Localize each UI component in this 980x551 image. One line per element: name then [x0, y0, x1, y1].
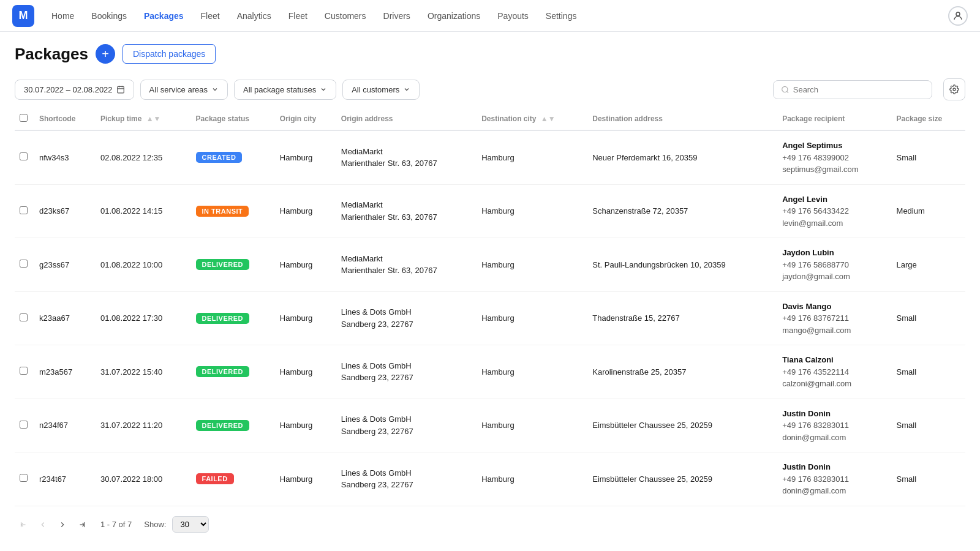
nav-organizations[interactable]: Organizations — [420, 7, 488, 24]
destination-city-cell: Hamburg — [477, 345, 587, 399]
row-checkbox-cell[interactable] — [15, 345, 34, 399]
row-checkbox[interactable] — [20, 152, 28, 160]
status-badge: FAILED — [196, 473, 234, 484]
table-row[interactable]: nfw34s3 02.08.2022 12:35 CREATED Hamburg… — [15, 130, 965, 184]
origin-address-cell: Lines & Dots GmbHSandberg 23, 22767 — [336, 291, 477, 345]
pagination: 1 - 7 of 7 Show: 10203050100 — [0, 506, 980, 543]
package-size-cell: Medium — [892, 184, 965, 238]
shortcode-cell: d23ks67 — [34, 184, 96, 238]
first-page-button[interactable] — [15, 516, 32, 533]
search-bar[interactable] — [773, 80, 932, 99]
pickup-time-cell: 01.08.2022 17:30 — [96, 291, 191, 345]
row-checkbox-cell[interactable] — [15, 291, 34, 345]
origin-address-cell: Lines & Dots GmbHSandberg 23, 22767 — [336, 452, 477, 506]
status-cell: DELIVERED — [191, 238, 275, 292]
table-row[interactable]: d23ks67 01.08.2022 14:15 IN TRANSIT Hamb… — [15, 184, 965, 238]
svg-line-6 — [787, 91, 788, 92]
user-avatar[interactable] — [948, 6, 968, 26]
recipient-name: Davis Mango — [782, 301, 886, 313]
destination-city-cell: Hamburg — [477, 130, 587, 184]
shortcode-cell: k23aa67 — [34, 291, 96, 345]
nav-fleet[interactable]: Fleet — [194, 7, 227, 24]
date-range-filter[interactable]: 30.07.2022 – 02.08.2022 — [15, 80, 134, 100]
recipient-cell: Justin Donin +49 176 83283011 donin@gmai… — [777, 399, 891, 452]
nav-settings[interactable]: Settings — [538, 7, 584, 24]
customers-label: All customers — [352, 85, 399, 94]
nav-analytics[interactable]: Analytics — [230, 7, 279, 24]
service-area-label: All service areas — [149, 85, 208, 94]
table-body: nfw34s3 02.08.2022 12:35 CREATED Hamburg… — [15, 130, 965, 506]
status-cell: DELIVERED — [191, 399, 275, 452]
col-pickup-time[interactable]: Pickup time ▲▼ — [96, 108, 191, 130]
recipient-name: Angel Septimus — [782, 140, 886, 152]
table-row[interactable]: g23ss67 01.08.2022 10:00 DELIVERED Hambu… — [15, 238, 965, 292]
status-badge: IN TRANSIT — [196, 206, 249, 217]
origin-city-cell: Hamburg — [275, 238, 336, 292]
dispatch-packages-button[interactable]: Dispatch packages — [123, 44, 216, 64]
row-checkbox[interactable] — [20, 421, 28, 429]
recipient-name: Justin Donin — [782, 408, 886, 420]
nav-bookings[interactable]: Bookings — [84, 7, 134, 24]
recipient-email: donin@gmail.com — [782, 485, 886, 497]
shortcode-cell: m23a567 — [34, 345, 96, 399]
row-checkbox-cell[interactable] — [15, 452, 34, 506]
gear-icon — [949, 84, 959, 94]
chevron-down-icon3 — [403, 86, 410, 93]
nav-drivers[interactable]: Drivers — [376, 7, 418, 24]
row-checkbox[interactable] — [20, 260, 28, 268]
status-cell: DELIVERED — [191, 345, 275, 399]
table-settings-button[interactable] — [943, 78, 965, 100]
select-all-checkbox[interactable] — [20, 114, 28, 122]
select-all-header[interactable] — [15, 108, 34, 130]
prev-page-button[interactable] — [34, 516, 51, 533]
service-area-filter[interactable]: All service areas — [140, 80, 228, 100]
next-page-button[interactable] — [54, 516, 71, 533]
pickup-time-cell: 01.08.2022 14:15 — [96, 184, 191, 238]
shortcode-cell: g23ss67 — [34, 238, 96, 292]
recipient-email: levin@gmail.com — [782, 217, 886, 230]
status-badge: DELIVERED — [196, 313, 249, 324]
table-row[interactable]: m23a567 31.07.2022 15:40 DELIVERED Hambu… — [15, 345, 965, 399]
row-checkbox-cell[interactable] — [15, 130, 34, 184]
package-status-filter[interactable]: All package statuses — [234, 80, 336, 100]
nav-payouts[interactable]: Payouts — [490, 7, 536, 24]
row-checkbox[interactable] — [20, 474, 28, 482]
destination-city-cell: Hamburg — [477, 238, 587, 292]
row-checkbox-cell[interactable] — [15, 184, 34, 238]
recipient-name: Jaydon Lubin — [782, 247, 886, 259]
col-package-recipient: Package recipient — [777, 108, 891, 130]
chevron-down-icon2 — [320, 86, 327, 93]
row-checkbox-cell[interactable] — [15, 238, 34, 292]
nav-customers[interactable]: Customers — [317, 7, 374, 24]
svg-point-7 — [953, 88, 956, 91]
nav-home[interactable]: Home — [44, 7, 81, 24]
customers-filter[interactable]: All customers — [342, 80, 420, 100]
row-checkbox[interactable] — [20, 367, 28, 375]
nav-packages[interactable]: Packages — [137, 7, 191, 24]
recipient-email: calzoni@gmail.com — [782, 378, 886, 390]
calendar-icon — [116, 85, 125, 94]
pickup-time-cell: 31.07.2022 11:20 — [96, 399, 191, 452]
row-checkbox[interactable] — [20, 313, 28, 321]
table-row[interactable]: n234f67 31.07.2022 11:20 DELIVERED Hambu… — [15, 399, 965, 452]
recipient-cell: Angel Levin +49 176 56433422 levin@gmail… — [777, 184, 891, 238]
row-checkbox-cell[interactable] — [15, 399, 34, 452]
origin-address-cell: MediaMarktMarienthaler Str. 63, 20767 — [336, 184, 477, 238]
recipient-cell: Justin Donin +49 176 83283011 donin@gmai… — [777, 452, 891, 506]
table-row[interactable]: k23aa67 01.08.2022 17:30 DELIVERED Hambu… — [15, 291, 965, 345]
col-package-size: Package size — [892, 108, 965, 130]
logo[interactable]: M — [12, 5, 34, 27]
row-checkbox[interactable] — [20, 206, 28, 214]
show-select[interactable]: 10203050100 — [172, 516, 209, 533]
recipient-phone: +49 176 83283011 — [782, 473, 886, 485]
col-destination-city[interactable]: Destination city ▲▼ — [477, 108, 587, 130]
nav-fleet2[interactable]: Fleet — [281, 7, 315, 24]
sort-icon2: ▲▼ — [541, 114, 556, 123]
last-page-button[interactable] — [74, 516, 91, 533]
table-row[interactable]: r234t67 30.07.2022 18:00 FAILED Hamburg … — [15, 452, 965, 506]
pickup-time-cell: 02.08.2022 12:35 — [96, 130, 191, 184]
search-input[interactable] — [793, 85, 924, 94]
top-navigation: M Home Bookings Packages Fleet Analytics… — [0, 0, 980, 32]
add-package-button[interactable]: + — [96, 44, 115, 64]
destination-address-cell: St. Pauli-Landungsbrücken 10, 20359 — [587, 238, 777, 292]
